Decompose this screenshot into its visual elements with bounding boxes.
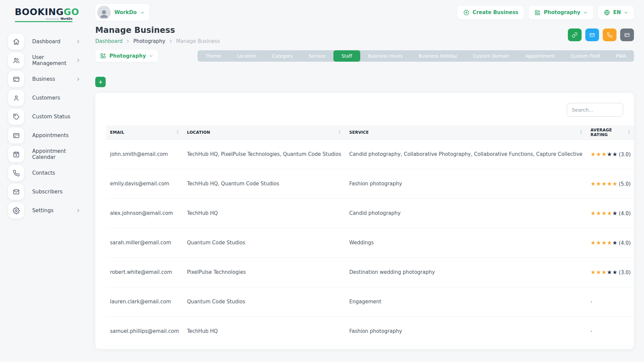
tab-business-holiday[interactable]: Business Holiday — [411, 50, 465, 62]
sidebar-item-label: Appointment Calendar — [32, 148, 80, 160]
staff-card: EMAILLOCATIONSERVICEAVERAGE RATINGACTION… — [95, 93, 634, 349]
chevron-right-icon — [76, 77, 80, 81]
star-filled-icon: ★ — [591, 210, 596, 217]
sidebar-item-user-management[interactable]: User Management — [8, 52, 80, 68]
rating-value: (3.0) — [619, 269, 631, 276]
star-filled-icon: ★ — [596, 210, 601, 217]
column-header-average-rating[interactable]: AVERAGE RATING — [587, 125, 634, 139]
workspace-switcher[interactable]: WorkDo — [95, 4, 149, 21]
star-filled-icon: ★ — [591, 239, 596, 246]
star-empty-icon: ★ — [612, 269, 618, 276]
rating-value: (5.0) — [619, 181, 631, 187]
column-header-location[interactable]: LOCATION — [183, 125, 345, 139]
language-selector[interactable]: EN — [598, 6, 634, 19]
cell-email: lauren.clark@email.com — [106, 287, 183, 316]
tab-staff[interactable]: Staff — [333, 50, 360, 62]
apps-plus-icon — [100, 53, 106, 59]
star-filled-icon: ★ — [596, 269, 601, 276]
star-empty-icon: ★ — [607, 151, 612, 158]
star-filled-icon: ★ — [612, 180, 618, 187]
column-header-label: LOCATION — [187, 130, 210, 135]
column-header-label: EMAIL — [110, 130, 124, 135]
sidebar-item-customers[interactable]: Customers — [8, 90, 80, 106]
tab-location[interactable]: Location — [229, 50, 264, 62]
app: BOOKINGGO Powered ByWorkDo DashboardUser… — [0, 0, 644, 362]
breadcrumb-photography: Photography — [133, 38, 165, 44]
credit-card-icon — [8, 71, 24, 87]
sidebar-item-label: Appointments — [32, 132, 69, 138]
mail-quick-button[interactable] — [585, 28, 599, 41]
gear-icon — [8, 202, 24, 219]
search-input[interactable] — [567, 103, 623, 117]
cell-service: Weddings — [345, 228, 586, 257]
sidebar-item-business[interactable]: Business — [8, 71, 80, 87]
tab-custom-field[interactable]: Custom Field — [563, 50, 608, 62]
link-icon — [572, 32, 578, 38]
breadcrumb: DashboardPhotographyManage Business — [95, 38, 220, 44]
plus-icon — [98, 79, 103, 85]
cell-average-rating: ★★★★★(3.0) — [587, 257, 634, 287]
cell-email: samuel.phillips@email.com — [106, 316, 183, 346]
plus-circle-icon — [463, 9, 470, 16]
add-staff-button[interactable] — [95, 77, 106, 87]
breadcrumb-dashboard[interactable]: Dashboard — [95, 38, 122, 44]
sidebar-item-label: Settings — [32, 207, 54, 214]
chevron-right-icon — [76, 208, 80, 213]
copy-link-quick-button[interactable] — [568, 28, 582, 41]
cell-service: Engagement — [345, 287, 586, 316]
chevron-down-icon — [583, 10, 588, 15]
sidebar-item-contacts[interactable]: Contacts — [8, 165, 80, 181]
cell-location: TechHub HQ — [183, 198, 345, 228]
create-business-button[interactable]: Create Business — [458, 6, 524, 19]
breadcrumb-separator-icon — [169, 39, 173, 43]
sort-icon — [176, 130, 179, 135]
chevron-down-icon — [140, 10, 145, 15]
star-rating: ★★★★★ — [591, 210, 618, 217]
column-header-service[interactable]: SERVICE — [345, 125, 586, 139]
sidebar-item-dashboard[interactable]: Dashboard — [8, 34, 80, 50]
tab-pwa[interactable]: PWA — [608, 50, 634, 62]
logo-underline — [15, 21, 72, 22]
table-header-row: EMAILLOCATIONSERVICEAVERAGE RATINGACTION — [106, 125, 634, 139]
tab-theme[interactable]: Theme — [198, 50, 229, 62]
payment-quick-button[interactable] — [620, 28, 634, 41]
tag-icon — [8, 109, 24, 125]
tab-business-hours[interactable]: Business Hours — [360, 50, 411, 62]
star-empty-icon: ★ — [612, 210, 618, 217]
business-dropdown[interactable]: Photography — [95, 50, 158, 62]
business-dropdown-label: Photography — [109, 53, 146, 59]
sidebar-item-label: User Management — [32, 54, 76, 66]
quick-actions — [568, 25, 634, 41]
sidebar-item-label: Custom Status — [32, 114, 70, 120]
cell-location: Quantum Code Studios — [183, 228, 345, 257]
sidebar-item-custom-status[interactable]: Custom Status — [8, 109, 80, 125]
tab-appointment[interactable]: Appointment — [518, 50, 563, 62]
page-title: Manage Business — [95, 25, 220, 35]
sidebar-item-appointments[interactable]: Appointments — [8, 127, 80, 143]
business-switcher-label: Photography — [544, 9, 580, 15]
column-header-label: AVERAGE RATING — [591, 128, 626, 137]
cell-service: Candid photography, Collaborative Photog… — [345, 139, 586, 169]
sidebar-item-appointment-calendar[interactable]: Appointment Calendar — [8, 146, 80, 162]
user-icon — [8, 90, 24, 106]
sidebar-item-settings[interactable]: Settings — [8, 202, 80, 219]
star-empty-icon: ★ — [612, 239, 618, 246]
cell-email: alex.johnson@email.com — [106, 198, 183, 228]
mail-icon — [589, 32, 595, 38]
tab-category[interactable]: Category — [264, 50, 301, 62]
table-body: john.smith@email.comTechHub HQ, PixelPul… — [106, 139, 634, 349]
logo[interactable]: BOOKINGGO Powered ByWorkDo — [15, 7, 72, 22]
sidebar-item-subscribers[interactable]: Subscribers — [8, 184, 80, 200]
call-quick-button[interactable] — [603, 28, 616, 41]
cell-average-rating: ★★★★★(4.0) — [587, 198, 634, 228]
toolbar: Photography ThemeLocationCategoryService… — [95, 50, 634, 62]
column-header-email[interactable]: EMAIL — [106, 125, 183, 139]
business-switcher[interactable]: Photography — [529, 6, 593, 19]
sort-icon — [580, 130, 583, 135]
title-block: Manage Business DashboardPhotographyMana… — [95, 25, 220, 44]
cell-average-rating: ★★★★★(5.0) — [587, 169, 634, 198]
tab-custom-domain[interactable]: Custom Domain — [465, 50, 518, 62]
tab-service[interactable]: Service — [301, 50, 333, 62]
cell-location: PixelPulse Technologies — [183, 257, 345, 287]
star-filled-icon: ★ — [601, 239, 607, 246]
